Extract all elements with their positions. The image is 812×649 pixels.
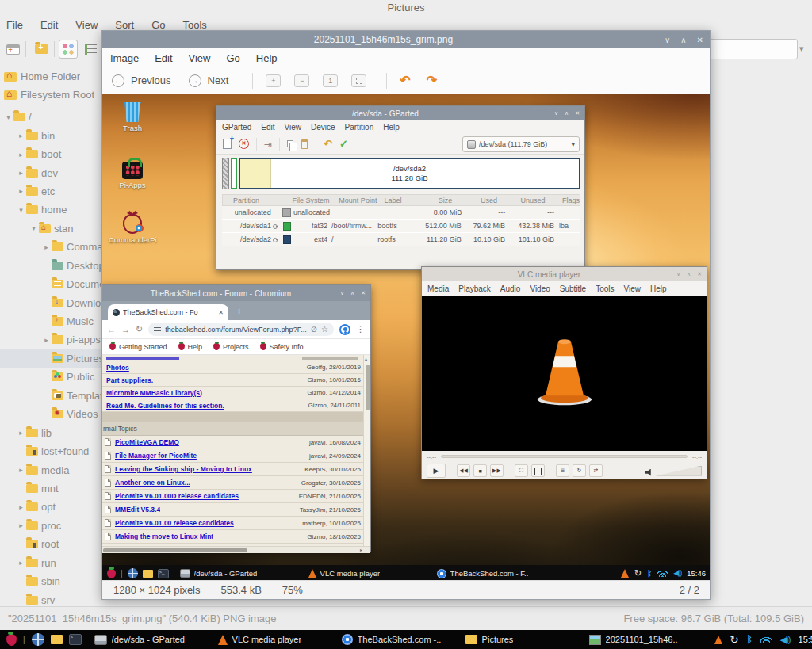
- column-header[interactable]: Size: [421, 197, 466, 204]
- partition-row[interactable]: unallocated unallocated 8.00 MiB --- ---: [222, 206, 580, 220]
- column-header[interactable]: Mount Point: [335, 197, 381, 204]
- chevron-down-icon[interactable]: ▾: [799, 44, 804, 54]
- tree-item[interactable]: ▾ stan: [0, 220, 102, 238]
- settings-button[interactable]: [531, 464, 545, 477]
- column-header[interactable]: Label: [381, 197, 421, 204]
- menu-item[interactable]: Subtitle: [560, 284, 586, 293]
- apply-icon[interactable]: ✓: [339, 138, 348, 150]
- previous-media-button[interactable]: ◀◀: [457, 464, 470, 477]
- tree-item[interactable]: ▸ pi-apps: [0, 330, 102, 349]
- topic-link[interactable]: Read Me. Guidelines for this section.: [106, 402, 224, 410]
- menu-item[interactable]: GParted: [222, 123, 251, 132]
- menu-item[interactable]: View: [75, 19, 98, 35]
- maximize-button[interactable]: ∧: [565, 110, 569, 116]
- taskbar-task[interactable]: /dev/sda - GParted: [94, 634, 213, 645]
- new-tab-icon[interactable]: +: [236, 306, 242, 317]
- desktop-icon-pi-apps[interactable]: Pi-Apps: [109, 158, 156, 189]
- browser-tab[interactable]: TheBackShed.com - Fo ✕: [108, 304, 228, 320]
- topic-link[interactable]: MMEdit V5.3.4: [115, 506, 160, 513]
- tab-close-icon[interactable]: ✕: [218, 309, 224, 316]
- updates-icon[interactable]: ↻: [730, 636, 739, 644]
- gparted-titlebar[interactable]: /dev/sda - GParted ∨ ∧ ✕: [216, 106, 584, 120]
- tree-expander-icon[interactable]: ▸: [16, 503, 26, 511]
- tree-item[interactable]: srv: [0, 590, 102, 606]
- tree-item[interactable]: ▸ boot: [0, 145, 102, 163]
- file-manager-launcher-icon[interactable]: [51, 635, 63, 644]
- vlc-tray-icon[interactable]: [621, 569, 629, 578]
- volume-slider[interactable]: [656, 466, 702, 476]
- vertical-scrollbar[interactable]: [363, 355, 370, 546]
- updates-icon[interactable]: ↻: [634, 569, 642, 578]
- column-header[interactable]: Used: [466, 197, 508, 204]
- chromium-titlebar[interactable]: TheBackShed.com - Forum - Chromium ∨ ∧ ✕: [102, 285, 370, 301]
- tree-expander-icon[interactable]: ▸: [16, 521, 26, 529]
- tree-expander-icon[interactable]: ▾: [29, 224, 39, 232]
- segment-sda2[interactable]: /dev/sda2 111.28 GiB: [239, 158, 580, 189]
- tree-expander-icon[interactable]: ▸: [41, 243, 52, 251]
- column-header[interactable]: File System: [289, 197, 335, 204]
- menu-item[interactable]: Video: [530, 284, 550, 293]
- tree-expander-icon[interactable]: ▸: [16, 169, 26, 177]
- paste-icon[interactable]: [301, 139, 308, 149]
- tree-item[interactable]: Public: [0, 368, 102, 386]
- next-media-button[interactable]: ▶▶: [490, 464, 504, 477]
- tree-item[interactable]: root: [0, 535, 102, 553]
- menu-item[interactable]: View: [624, 284, 642, 293]
- previous-button[interactable]: Previous: [131, 74, 171, 86]
- tree-item[interactable]: Desktop: [0, 257, 102, 275]
- new-partition-icon[interactable]: [223, 139, 232, 149]
- close-button[interactable]: ✕: [575, 110, 580, 116]
- device-selector[interactable]: /dev/sda (111.79 GiB) ▾: [462, 136, 580, 152]
- topic-link[interactable]: Leaving the Sinking ship - Moving to Lin…: [115, 465, 252, 473]
- list-view-button[interactable]: [81, 40, 100, 59]
- tree-item[interactable]: ▸ CommanderPi: [0, 238, 102, 256]
- browser-menu-icon[interactable]: ⋮: [356, 324, 365, 334]
- zoom-fit-button[interactable]: [351, 74, 366, 87]
- bookmark-item[interactable]: Help: [178, 343, 203, 351]
- menu-raspberry-icon[interactable]: [107, 569, 116, 578]
- menu-item[interactable]: Playback: [458, 284, 491, 293]
- menu-item[interactable]: File: [6, 19, 23, 35]
- fullscreen-button[interactable]: ⛶: [515, 464, 528, 477]
- taskbar-task[interactable]: /dev/sda - GParted: [180, 569, 301, 578]
- menu-item[interactable]: Help: [383, 123, 400, 132]
- file-manager-launcher-icon[interactable]: [143, 570, 153, 578]
- browser-launcher-icon[interactable]: [32, 633, 44, 646]
- close-button[interactable]: ✕: [697, 36, 703, 44]
- browser-launcher-icon[interactable]: [128, 568, 138, 578]
- delete-partition-icon[interactable]: ✕: [239, 139, 249, 149]
- clock[interactable]: 15:52: [799, 635, 812, 644]
- tree-expander-icon[interactable]: ▸: [16, 429, 26, 437]
- taskbar-task[interactable]: TheBackShed.com - F..: [437, 569, 557, 578]
- volume-icon[interactable]: ◀)): [673, 570, 681, 577]
- taskbar-task[interactable]: Pictures: [465, 634, 584, 645]
- topic-link[interactable]: Part suppliers.: [106, 376, 153, 384]
- eye-off-icon[interactable]: ∅: [311, 326, 317, 334]
- menu-item[interactable]: Go: [227, 52, 240, 64]
- horizontal-scrollbar[interactable]: [102, 546, 370, 553]
- next-button[interactable]: Next: [208, 74, 229, 86]
- menu-item[interactable]: Help: [256, 52, 278, 64]
- desktop-icon-trash[interactable]: Trash: [109, 102, 156, 132]
- maximize-button[interactable]: ∧: [680, 36, 686, 44]
- menu-item[interactable]: Edit: [40, 19, 58, 35]
- tree-item[interactable]: Pictures: [0, 349, 102, 368]
- close-button[interactable]: ✕: [361, 290, 366, 296]
- vlc-titlebar[interactable]: VLC media player ∨ ∧ ✕: [422, 267, 707, 281]
- tree-item[interactable]: ▸ bin: [0, 126, 102, 144]
- tree-item[interactable]: Music: [0, 312, 102, 330]
- bluetooth-icon[interactable]: ᛒ: [747, 636, 753, 643]
- topic-link[interactable]: Making the move to Linux Mint: [115, 533, 213, 540]
- tree-expander-icon[interactable]: ▸: [16, 151, 26, 158]
- topic-link[interactable]: PicoMite V6.01.00D release candidates: [115, 492, 239, 500]
- topic-link[interactable]: PicoMiteVGA DEMO: [115, 438, 179, 446]
- zoom-original-button[interactable]: 1: [323, 74, 338, 87]
- tree-expander-icon[interactable]: ▸: [16, 187, 26, 195]
- menu-item[interactable]: Edit: [155, 52, 172, 64]
- viewer-titlebar[interactable]: 20251101_15h46m15s_grim.png ∨ ∧ ✕: [102, 31, 710, 48]
- menu-raspberry-icon[interactable]: [6, 634, 17, 646]
- partition-row[interactable]: /dev/sda2 ext4 / rootfs 111.28 GiB 10.10…: [222, 233, 580, 246]
- seek-slider[interactable]: [441, 455, 688, 458]
- forward-icon[interactable]: →: [121, 325, 130, 334]
- menu-item[interactable]: Image: [110, 52, 139, 64]
